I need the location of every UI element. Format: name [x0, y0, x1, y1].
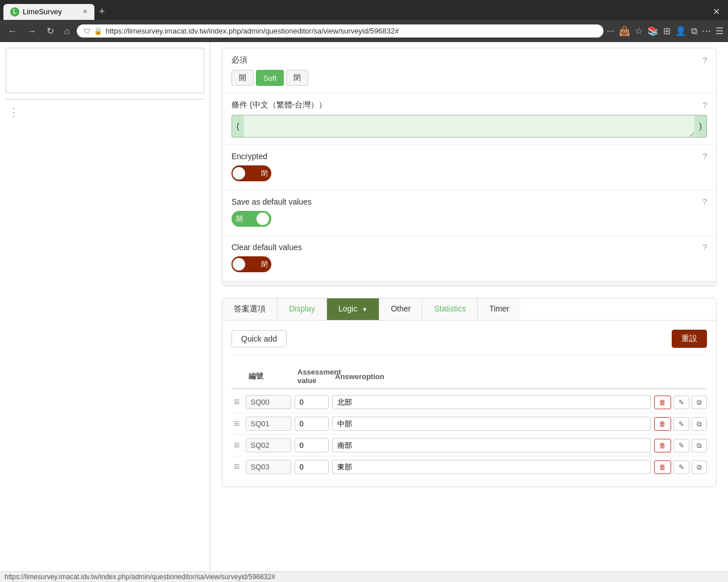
lock-icon: 🔒 [94, 27, 102, 35]
row-edit-button[interactable]: ✎ [673, 460, 689, 474]
status-bar: https://limesurvey.imacat.idv.tw/index.p… [0, 571, 728, 579]
more-icon[interactable]: ··· [607, 26, 614, 36]
back-button[interactable]: ← [5, 24, 20, 39]
required-open-btn[interactable]: 開 [231, 70, 254, 86]
quick-add-button[interactable]: Quick add [231, 330, 287, 347]
answer-rows-container: ≡ 🗑 ✎ ⧉ ≡ 🗑 ✎ ⧉ ≡ 🗑 [231, 392, 707, 477]
required-close-btn[interactable]: 閉 [286, 70, 308, 86]
pocket-icon[interactable]: 👜 [619, 26, 630, 36]
save-default-label: Save as default values [231, 197, 312, 206]
table-row: ≡ 🗑 ✎ ⧉ [231, 456, 707, 477]
condition-help-icon[interactable]: ? [702, 101, 707, 110]
row-edit-button[interactable]: ✎ [673, 417, 689, 431]
tab-close-icon[interactable]: ✕ [82, 8, 88, 15]
tab-logic[interactable]: Logic ▼ [327, 298, 379, 320]
text-editor[interactable] [6, 48, 204, 93]
row-edit-button[interactable]: ✎ [673, 439, 689, 452]
row-actions: 🗑 ✎ ⧉ [654, 396, 707, 409]
row-drag-handle-icon: ≡ [231, 396, 242, 408]
address-bar[interactable]: 🛡 🔒 https://limesurvey.imacat.idv.tw/ind… [77, 24, 603, 38]
encrypted-help-icon[interactable]: ? [702, 152, 707, 161]
tabs-header: 答案選項 Display Logic ▼ Other Statistics Ti… [222, 298, 716, 321]
tab-statistics[interactable]: Statistics [423, 298, 478, 320]
save-default-toggle-label: 開 [236, 214, 243, 224]
encrypted-section: Encrypted ? 閉 [222, 145, 716, 190]
row-delete-button[interactable]: 🗑 [654, 460, 671, 474]
row-code-input[interactable] [246, 395, 291, 409]
url-text: https://limesurvey.imacat.idv.tw/index.p… [106, 27, 597, 35]
table-header-assessment: Assessment value [297, 368, 332, 385]
row-delete-button[interactable]: 🗑 [654, 396, 671, 409]
required-help-icon[interactable]: ? [702, 56, 707, 65]
home-button[interactable]: ⌂ [61, 24, 73, 39]
row-value-input[interactable] [295, 395, 329, 409]
row-edit-button[interactable]: ✎ [673, 396, 689, 409]
save-default-section: Save as default values ? 開 [222, 190, 716, 236]
encrypted-toggle-label: 閉 [261, 169, 268, 178]
tab-answer-options[interactable]: 答案選項 [222, 298, 278, 320]
row-answer-input[interactable] [332, 417, 651, 431]
save-default-toggle[interactable]: 開 [231, 211, 271, 227]
encrypted-toggle-thumb [233, 167, 245, 180]
overflow-icon[interactable]: ⋯ [702, 26, 711, 36]
right-panel: 必須 ? 開 Soft 閉 條件 (中文（繁體-台灣）） ? ( [210, 42, 728, 579]
profile-icon[interactable]: 👤 [675, 26, 686, 36]
row-code-input[interactable] [246, 460, 291, 474]
row-drag-handle-icon: ≡ [231, 461, 242, 473]
condition-section: 條件 (中文（繁體-台灣）） ? ( ) [222, 93, 716, 145]
table-header-row: 編號 Assessment value Answeroption [231, 364, 707, 389]
required-toggle-group: 開 Soft 閉 [231, 70, 707, 86]
action-bar: Quick add 重設 [231, 330, 707, 355]
clear-default-help-icon[interactable]: ? [702, 243, 707, 252]
row-code-input[interactable] [246, 438, 291, 452]
extensions-icon[interactable]: ⧉ [691, 26, 697, 36]
row-value-input[interactable] [295, 460, 329, 474]
left-panel: ⋮ [0, 42, 210, 579]
condition-prefix: ( [231, 115, 244, 138]
tab-title: LimeSurvey [23, 7, 62, 16]
divider [6, 99, 204, 99]
library-icon[interactable]: 📚 [647, 26, 659, 36]
scroll-area [222, 281, 716, 286]
row-copy-button[interactable]: ⧉ [692, 396, 707, 409]
row-value-input[interactable] [295, 438, 329, 452]
row-answer-input[interactable] [332, 460, 651, 474]
new-tab-button[interactable]: + [94, 3, 110, 20]
table-header-code: 編號 [249, 371, 294, 381]
row-delete-button[interactable]: 🗑 [654, 439, 671, 452]
close-window-icon[interactable]: ✕ [713, 6, 725, 17]
row-drag-handle-icon: ≡ [231, 418, 242, 430]
row-answer-input[interactable] [332, 438, 651, 452]
tab-other[interactable]: Other [379, 298, 423, 320]
required-soft-btn[interactable]: Soft [256, 70, 284, 86]
reload-button[interactable]: ↻ [43, 23, 57, 39]
bookmark-icon[interactable]: ☆ [635, 26, 643, 36]
condition-label-row: 條件 (中文（繁體-台灣）） ? [231, 100, 707, 110]
clear-default-toggle[interactable]: 閉 [231, 256, 271, 272]
table-row: ≡ 🗑 ✎ ⧉ [231, 392, 707, 413]
save-default-toggle-thumb [257, 213, 269, 225]
row-copy-button[interactable]: ⧉ [692, 460, 707, 474]
row-delete-button[interactable]: 🗑 [654, 417, 671, 431]
row-answer-input[interactable] [332, 395, 651, 409]
row-actions: 🗑 ✎ ⧉ [654, 460, 707, 474]
reset-button[interactable]: 重設 [672, 330, 707, 348]
condition-textarea[interactable] [244, 115, 695, 138]
tab-timer[interactable]: Timer [478, 298, 520, 320]
row-copy-button[interactable]: ⧉ [692, 439, 707, 452]
save-default-help-icon[interactable]: ? [702, 197, 707, 206]
browser-tab[interactable]: L LimeSurvey ✕ [3, 4, 94, 20]
tab-view-icon[interactable]: ⊞ [663, 26, 671, 36]
condition-suffix: ) [694, 115, 707, 138]
clear-default-toggle-label: 閉 [261, 260, 268, 269]
forward-button[interactable]: → [24, 24, 40, 39]
row-code-input[interactable] [246, 417, 291, 431]
row-actions: 🗑 ✎ ⧉ [654, 417, 707, 431]
required-section: 必須 ? 開 Soft 閉 [222, 48, 716, 93]
row-value-input[interactable] [295, 417, 329, 431]
encrypted-toggle[interactable]: 閉 [231, 165, 271, 181]
security-icon: 🛡 [84, 27, 90, 35]
row-copy-button[interactable]: ⧉ [692, 417, 707, 431]
menu-icon[interactable]: ☰ [715, 26, 723, 36]
tab-display[interactable]: Display [278, 298, 327, 320]
